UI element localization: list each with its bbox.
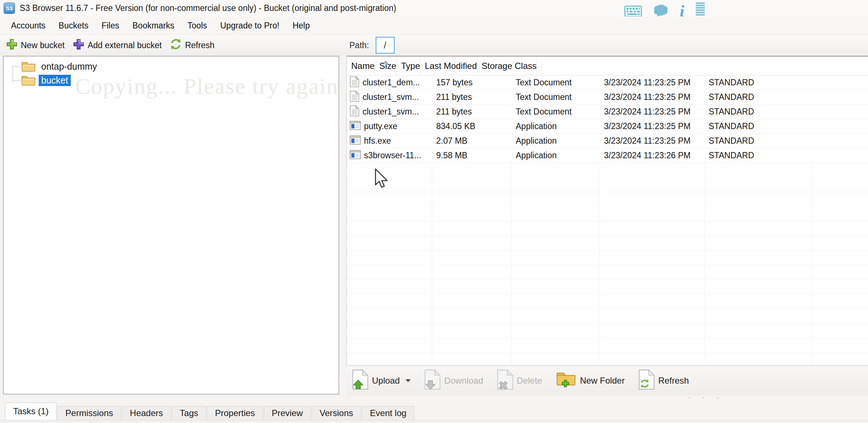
file-name: putty.exe <box>364 121 398 131</box>
file-row[interactable]: cluster1_dem... 157 bytes Text Document … <box>347 75 868 90</box>
download-label: Download <box>444 376 483 386</box>
file-list-body: cluster1_dem... 157 bytes Text Document … <box>347 75 868 365</box>
menu-item[interactable]: Bookmarks <box>126 16 181 35</box>
path-bar: Path: / <box>349 35 395 56</box>
refresh-files-icon <box>639 369 655 392</box>
file-type: Text Document <box>511 75 600 90</box>
bottom-tab[interactable]: Versions <box>311 406 361 420</box>
file-name: s3browser-11... <box>364 151 421 160</box>
new-bucket-label: New bucket <box>21 40 65 50</box>
file-name: hfs.exe <box>364 136 391 146</box>
column-header-label: Type <box>401 61 420 71</box>
column-header[interactable] <box>537 57 542 75</box>
menu-bar: Accounts Buckets Files Bookmarks Tools U… <box>0 16 868 35</box>
bottom-tab[interactable]: Tasks (1) <box>5 403 57 420</box>
tree-item-label: ontap-dummy <box>39 61 100 72</box>
buckets-tree-panel: ontap-dummy bucket Copying... Please try… <box>3 56 339 395</box>
buckets-tree: ontap-dummy bucket <box>4 57 338 87</box>
menu-item[interactable]: Buckets <box>52 16 95 35</box>
column-header[interactable]: Last Modified <box>421 57 477 75</box>
upload-label: Upload <box>372 376 400 386</box>
column-header[interactable]: Name <box>347 57 375 75</box>
upload-icon <box>352 369 368 392</box>
application-icon <box>350 135 361 147</box>
sort-ascending-icon <box>382 57 389 67</box>
download-button[interactable]: Download <box>425 369 483 392</box>
tree-branch-line <box>12 80 20 81</box>
upload-dropdown-icon[interactable] <box>406 379 411 382</box>
file-row[interactable]: putty.exe 834.05 KB Application 3/23/202… <box>347 119 868 134</box>
bottom-tabs: Tasks (1) Permissions Headers Tags Prope… <box>5 403 415 420</box>
file-storage-class: STANDARD <box>704 105 812 119</box>
new-folder-label: New Folder <box>580 376 625 386</box>
file-modified: 3/23/2024 11:23:25 PM <box>600 105 704 119</box>
file-row[interactable]: cluster1_svm... 211 bytes Text Document … <box>347 105 868 119</box>
tree-branch-line <box>12 66 20 67</box>
file-row-spacer <box>812 148 868 163</box>
column-header[interactable]: Size <box>375 57 397 75</box>
refresh-files-label: Refresh <box>658 376 689 386</box>
purple-plus-icon <box>73 38 85 53</box>
add-external-bucket-button[interactable]: Add external bucket <box>70 36 164 54</box>
tree-item-bucket[interactable]: bucket <box>4 73 338 87</box>
text-document-icon <box>350 105 359 119</box>
bottom-tab[interactable]: Headers <box>122 406 171 420</box>
path-input[interactable]: / <box>376 37 395 54</box>
file-row[interactable]: cluster1_svm... 211 bytes Text Document … <box>347 90 868 105</box>
menu-item[interactable]: Tools <box>181 16 214 35</box>
file-size: 834.05 KB <box>432 119 511 133</box>
file-storage-class: STANDARD <box>704 134 812 148</box>
text-document-icon <box>350 76 359 90</box>
tree-item-bucket[interactable]: ontap-dummy <box>4 59 338 73</box>
file-type: Application <box>511 119 600 133</box>
menu-item[interactable]: Accounts <box>4 16 52 35</box>
file-row[interactable]: s3browser-11... 9.58 MB Application 3/23… <box>347 148 868 163</box>
download-icon <box>425 369 441 392</box>
application-icon <box>350 121 361 132</box>
application-icon <box>350 150 361 162</box>
file-size: 211 bytes <box>432 90 511 104</box>
refresh-buckets-button[interactable]: Refresh <box>167 36 217 54</box>
delete-button[interactable]: Delete <box>497 369 542 392</box>
keyboard-icon[interactable] <box>624 5 642 18</box>
bottom-tab[interactable]: Permissions <box>57 406 121 420</box>
file-row[interactable]: hfs.exe 2.07 MB Application 3/23/2024 11… <box>347 134 868 148</box>
new-bucket-button[interactable]: New bucket <box>4 36 67 54</box>
delete-label: Delete <box>517 376 542 386</box>
delete-icon <box>497 369 513 392</box>
new-folder-button[interactable]: New Folder <box>556 370 625 391</box>
file-size: 9.58 MB <box>432 148 511 163</box>
file-modified: 3/23/2024 11:23:25 PM <box>600 90 704 104</box>
file-name: cluster1_dem... <box>363 78 420 88</box>
column-header-label: Storage Class <box>482 61 537 71</box>
bottom-tab[interactable]: Properties <box>207 406 263 420</box>
folder-icon <box>21 60 36 75</box>
file-row-spacer <box>812 75 868 90</box>
file-modified: 3/23/2024 11:23:25 PM <box>600 119 704 133</box>
file-modified: 3/23/2024 11:23:25 PM <box>600 134 704 148</box>
menu-item[interactable]: Files <box>95 16 126 35</box>
refresh-icon <box>170 38 182 53</box>
refresh-files-button[interactable]: Refresh <box>639 369 689 392</box>
file-size: 2.07 MB <box>432 134 511 148</box>
column-header[interactable]: Storage Class <box>477 57 537 75</box>
toolbar-strip: New bucket Add external bucket Refresh <box>0 35 868 56</box>
bottom-tab[interactable]: Tags <box>172 406 206 420</box>
file-storage-class: STANDARD <box>704 90 812 104</box>
menu-item[interactable]: Upgrade to Pro! <box>214 16 286 35</box>
path-label: Path: <box>349 40 369 50</box>
window-title: S3 Browser 11.6.7 - Free Version (for no… <box>20 3 396 13</box>
file-modified: 3/23/2024 11:23:26 PM <box>600 148 704 163</box>
file-type: Application <box>511 134 600 148</box>
column-header[interactable]: Type <box>397 57 421 75</box>
green-plus-icon <box>6 38 18 53</box>
bottom-tab[interactable]: Preview <box>264 406 311 420</box>
file-row-spacer <box>812 119 868 133</box>
menu-item[interactable]: Help <box>286 16 316 35</box>
upload-button[interactable]: Upload <box>352 369 411 392</box>
file-modified: 3/23/2024 11:23:25 PM <box>600 75 704 90</box>
window-titlebar: S3 S3 Browser 11.6.7 - Free Version (for… <box>0 0 868 16</box>
bottom-tab[interactable]: Event log <box>362 406 414 420</box>
file-size: 157 bytes <box>432 75 511 90</box>
file-list-header: Name Size Type Last Modified Storage <box>347 57 868 75</box>
